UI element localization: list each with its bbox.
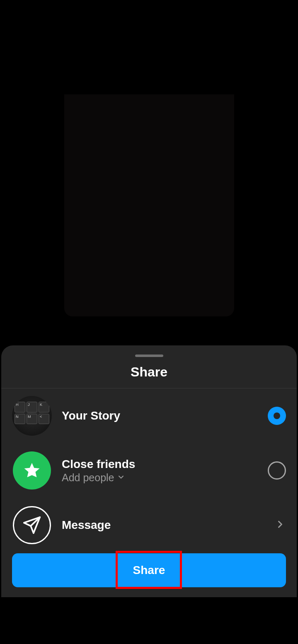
option-close-friends[interactable]: Close friends Add people	[1, 443, 297, 498]
send-ring-icon	[13, 506, 51, 544]
close-friends-icon-slot	[12, 451, 52, 490]
preview-top-band	[64, 3, 234, 94]
share-button-label: Share	[133, 564, 165, 577]
option-text: Message	[62, 519, 269, 532]
option-sublabel: Add people	[62, 472, 114, 484]
sheet-title: Share	[1, 364, 297, 380]
chevron-down-icon	[117, 472, 125, 484]
chevron-right-icon	[274, 519, 286, 532]
option-label: Message	[62, 519, 269, 532]
star-green-icon	[13, 451, 51, 490]
option-message[interactable]: Message	[1, 498, 297, 552]
option-label: Close friends	[62, 458, 263, 471]
bottom-black-bar	[0, 597, 298, 644]
share-button[interactable]: Share	[12, 553, 286, 587]
share-sheet: Share HJK NM< Your Story	[1, 345, 297, 597]
option-sublabel-row[interactable]: Add people	[62, 472, 263, 484]
share-button-wrap: Share	[12, 553, 286, 587]
your-story-avatar-slot: HJK NM<	[12, 396, 52, 436]
option-trailing	[268, 407, 286, 425]
option-your-story[interactable]: HJK NM< Your Story	[1, 388, 297, 443]
option-trailing	[274, 519, 286, 532]
option-text: Your Story	[62, 409, 263, 422]
radio-selected-icon[interactable]	[268, 407, 286, 425]
avatar-icon: HJK NM<	[12, 396, 52, 436]
sheet-grabber[interactable]	[135, 355, 163, 357]
option-label: Your Story	[62, 409, 263, 422]
option-trailing	[268, 461, 286, 480]
story-preview-area	[0, 0, 298, 344]
message-icon-slot	[12, 505, 52, 545]
radio-unselected-icon[interactable]	[268, 461, 286, 480]
option-text: Close friends Add people	[62, 458, 263, 484]
story-preview-frame[interactable]	[64, 3, 234, 316]
